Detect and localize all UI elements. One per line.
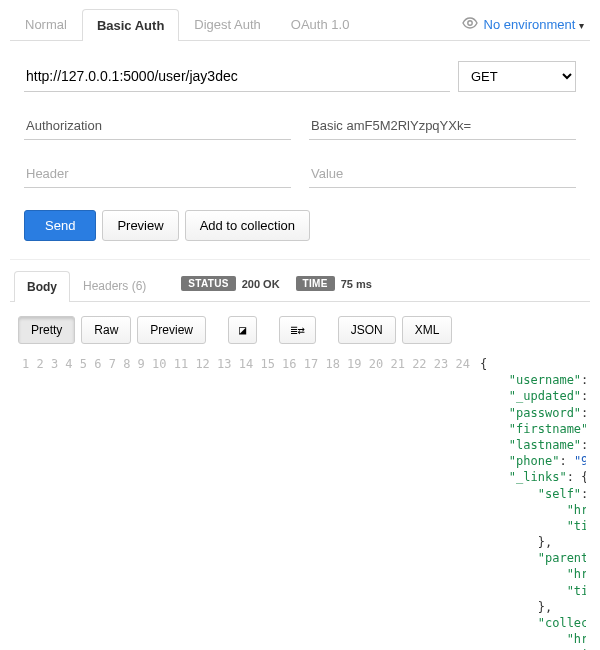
status-label: STATUS: [181, 276, 235, 291]
format-json-button[interactable]: JSON: [338, 316, 396, 344]
header-key-input-0[interactable]: [24, 112, 291, 140]
url-input[interactable]: [24, 61, 450, 92]
header-value-input-0[interactable]: [309, 112, 576, 140]
format-xml-button[interactable]: XML: [402, 316, 453, 344]
view-preview-button[interactable]: Preview: [137, 316, 206, 344]
view-pretty-button[interactable]: Pretty: [18, 316, 75, 344]
tab-normal[interactable]: Normal: [10, 8, 82, 40]
auth-tab-bar: Normal Basic Auth Digest Auth OAuth 1.0 …: [10, 8, 590, 41]
response-body-code[interactable]: { "username": "jay3dec", "_updated": "Tu…: [480, 356, 586, 650]
response-body-viewer: ▸ 1 2 3 4 5 6 7 8 9 10 11 12 13 14 15 16…: [10, 356, 590, 650]
line-number-gutter: 1 2 3 4 5 6 7 8 9 10 11 12 13 14 15 16 1…: [10, 356, 480, 650]
view-toolbar: Pretty Raw Preview ◪ ≣⇄ JSON XML: [10, 316, 590, 344]
response-tab-bar: Body Headers (6) STATUS 200 OK TIME 75 m…: [10, 270, 590, 302]
time-label: TIME: [296, 276, 335, 291]
status-value: 200 OK: [242, 278, 280, 290]
wrap-icon[interactable]: ≣⇄: [279, 316, 315, 344]
view-raw-button[interactable]: Raw: [81, 316, 131, 344]
environment-selector[interactable]: No environment ▾: [484, 17, 584, 32]
svg-point-0: [467, 20, 471, 24]
copy-icon[interactable]: ◪: [228, 316, 257, 344]
header-value-input-blank[interactable]: [309, 160, 576, 188]
tab-basic-auth[interactable]: Basic Auth: [82, 9, 179, 41]
caret-down-icon: ▾: [579, 20, 584, 31]
eye-icon[interactable]: [462, 17, 478, 32]
environment-label: No environment: [484, 17, 576, 32]
add-to-collection-button[interactable]: Add to collection: [185, 210, 310, 241]
tab-oauth[interactable]: OAuth 1.0: [276, 8, 365, 40]
tab-digest-auth[interactable]: Digest Auth: [179, 8, 276, 40]
preview-request-button[interactable]: Preview: [102, 210, 178, 241]
time-value: 75 ms: [341, 278, 372, 290]
tab-headers[interactable]: Headers (6): [70, 270, 159, 301]
send-button[interactable]: Send: [24, 210, 96, 241]
method-select[interactable]: GET: [458, 61, 576, 92]
header-key-input-blank[interactable]: [24, 160, 291, 188]
tab-body[interactable]: Body: [14, 271, 70, 302]
